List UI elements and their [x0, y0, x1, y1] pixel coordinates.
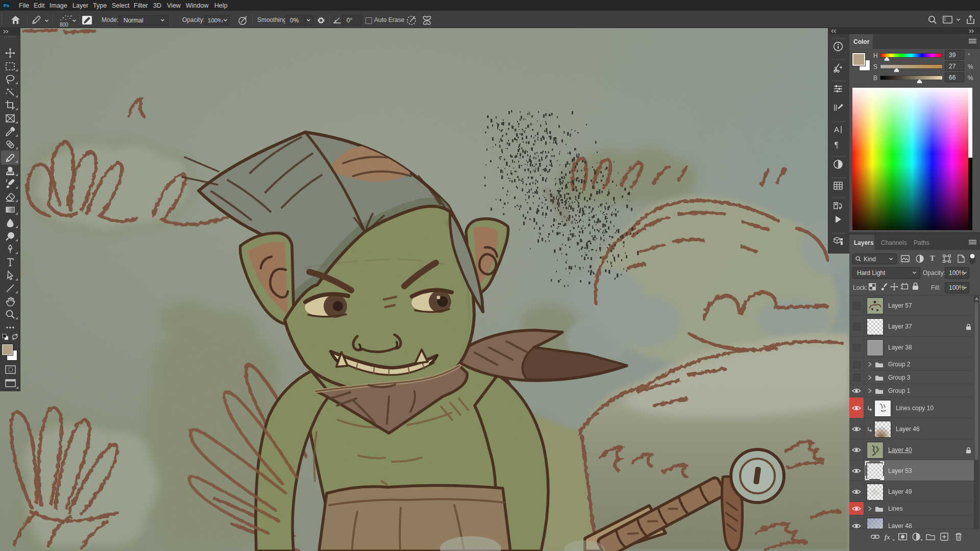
svg-text:A: A	[834, 125, 839, 134]
svg-text:¶: ¶	[835, 140, 839, 149]
